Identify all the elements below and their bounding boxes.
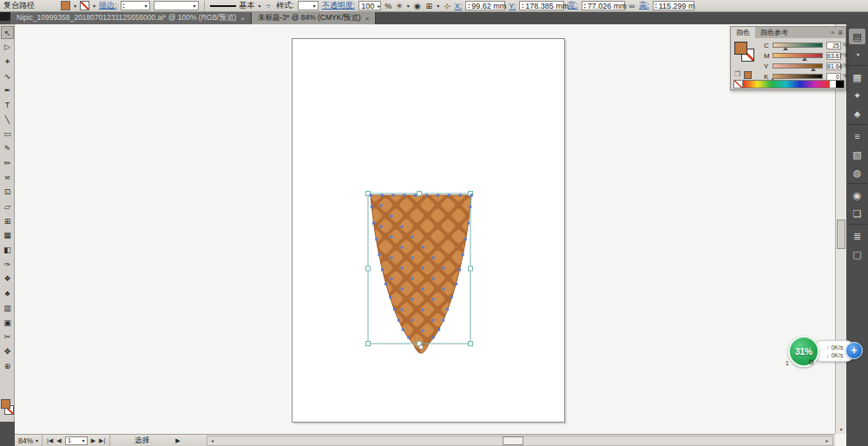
opacity-link[interactable]: 不透明度: [322,0,356,11]
recolor-artwork-icon[interactable]: ◉ [413,2,422,10]
free-transform-tool[interactable]: ⊡ [1,186,14,199]
tab-color-guide[interactable]: 颜色参考 [755,27,793,38]
column-graph-tool[interactable]: ▥ [1,301,14,314]
black-swatch[interactable] [836,81,844,88]
layers-panel-icon[interactable]: ≣ [849,228,865,244]
gradient-tool[interactable]: ◧ [1,244,14,257]
spectrum-rainbow[interactable] [743,81,829,88]
select-similar-icon[interactable]: ✳ [395,2,404,10]
artboard-tool[interactable]: ▣ [1,316,14,329]
color-spectrum-bar[interactable] [733,80,845,89]
document-tab-2[interactable]: 未标题-3* @ 84% (CMYK/预览)× [252,12,376,24]
channel-slider-track[interactable] [773,74,823,79]
stroke-panel-link[interactable]: 描边: [99,0,117,11]
panel-fill-proxy[interactable] [734,42,747,55]
zoom-level-dropdown[interactable]: 84%▾ [15,435,43,446]
type-tool[interactable]: T [1,99,14,112]
scroll-right-button[interactable]: ▸ [822,436,832,445]
prev-artboard-button[interactable]: ◀ [56,437,61,444]
memory-usage-ball[interactable]: 31% [788,336,819,367]
direct-selection-tool[interactable]: ▷ [1,41,14,54]
stroke-dropdown-icon[interactable]: ▾ [93,3,95,9]
channel-slider-thumb[interactable] [783,47,788,50]
collapse-to-icons-icon[interactable]: » [831,30,834,36]
channel-slider-thumb[interactable] [802,57,807,61]
document-tab-1[interactable]: Nipic_10999358_20180701231125656000.ai* … [10,12,252,24]
web-gamut-warning-icon[interactable]: ❐ [734,70,740,78]
gradient-panel-icon[interactable]: ▧ [849,147,865,162]
color-panel-icon[interactable]: ▤ [849,29,865,44]
icecream-cone-artwork[interactable] [292,38,565,423]
shape-builder-tool[interactable]: ▱ [1,200,14,213]
artboard-number-field[interactable]: 1▾ [65,436,88,445]
channel-value-field[interactable]: 63.67 [826,52,841,60]
fill-dropdown-icon[interactable]: ▾ [74,3,76,9]
height-field[interactable]: ▴▾115.299 m [653,1,694,10]
perspective-grid-tool[interactable]: ⊞ [1,214,14,227]
first-artboard-button[interactable]: |◀ [47,437,53,444]
bbox-handle[interactable] [469,266,473,271]
vertical-scroll-thumb[interactable] [837,220,845,249]
opacity-field[interactable]: 100▸ [358,1,381,10]
x-field[interactable]: ▴▾99.62 mm [465,1,505,10]
scroll-down-button[interactable]: ▾ [836,423,846,434]
transparency-panel-icon[interactable]: ◍ [849,165,865,180]
overlay-settings-icon[interactable]: ⚙ [808,358,814,366]
pen-tool[interactable]: ✒ [1,84,14,97]
slice-tool[interactable]: ✂ [1,331,14,344]
none-color-swatch[interactable] [734,81,743,88]
lasso-tool[interactable]: ∿ [1,69,14,82]
pencil-tool[interactable]: ✏ [1,156,14,169]
width-profile-dropdown[interactable]: ▾ [154,1,199,10]
align-options-icon[interactable]: ⊞ [425,2,434,10]
symbols-panel-icon[interactable]: ♣ [849,106,865,121]
blend-tool[interactable]: ❖ [1,272,14,285]
width-field[interactable]: ▴▾77.026 mm [582,1,625,10]
white-swatch[interactable] [829,81,836,88]
tab-close-icon[interactable]: × [365,15,370,23]
channel-value-field[interactable]: 81.64 [826,62,841,70]
overlay-add-button[interactable]: + [845,342,863,359]
horizontal-scroll-thumb[interactable] [503,436,523,445]
bbox-handle[interactable] [418,192,422,196]
channel-value-field[interactable]: 25 [826,42,841,49]
symbol-sprayer-tool[interactable]: ♣ [1,287,14,300]
panel-menu-icon[interactable]: ≣ [838,30,843,36]
hand-tool[interactable]: ✥ [1,344,14,357]
zoom-tool[interactable]: ⊕ [1,359,14,372]
tab-close-icon[interactable]: × [240,15,245,23]
swatches-panel-icon[interactable]: ▦ [849,69,865,85]
stroke-panel-icon[interactable]: ≡ [849,128,865,144]
appearance-panel-icon[interactable]: ◉ [849,187,865,203]
stroke-weight-spinner[interactable]: ▴▾ [123,3,125,10]
width-tool[interactable]: ≍ [1,171,14,184]
constrain-proportions-icon[interactable]: ∞ [628,2,635,10]
scroll-left-button[interactable]: ◂ [207,436,218,445]
brush-list-icon[interactable]: ⁘ [265,2,273,10]
tip-anchor-point[interactable] [419,345,424,350]
channel-slider-track[interactable] [773,43,823,48]
waffle-cone-shape[interactable] [371,195,471,353]
rectangle-tool[interactable]: ▭ [1,128,14,141]
bbox-handle[interactable] [366,342,371,346]
horizontal-scrollbar[interactable]: ◂ ▸ [207,436,833,446]
brush-dropdown-icon[interactable]: ▾ [259,3,261,9]
graphic-styles-panel-icon[interactable]: ❏ [849,206,865,221]
line-segment-tool[interactable]: ╲ [1,113,14,126]
y-field[interactable]: ▴▾178.385 mm [519,1,564,10]
magic-wand-tool[interactable]: ✶ [1,55,14,68]
fill-color-swatch[interactable] [61,1,70,10]
bbox-handle[interactable] [366,266,371,271]
paintbrush-tool[interactable]: ✎ [1,142,14,155]
next-artboard-button[interactable]: ▶ [91,437,95,444]
brush-definition-value[interactable]: 基本 [240,0,255,11]
transform-options-icon[interactable]: ⊹ [443,2,451,10]
eyedropper-tool[interactable]: ✑ [1,258,14,271]
bbox-handle[interactable] [469,342,473,346]
web-safe-color-swatch[interactable] [744,71,752,79]
canvas-area[interactable] [15,24,835,434]
channel-slider-thumb[interactable] [811,68,816,71]
tab-color[interactable]: 颜色 [731,27,755,38]
stroke-weight-field[interactable]: ▴▾▾ [121,1,150,10]
style-dropdown[interactable]: ▾ [298,1,319,10]
